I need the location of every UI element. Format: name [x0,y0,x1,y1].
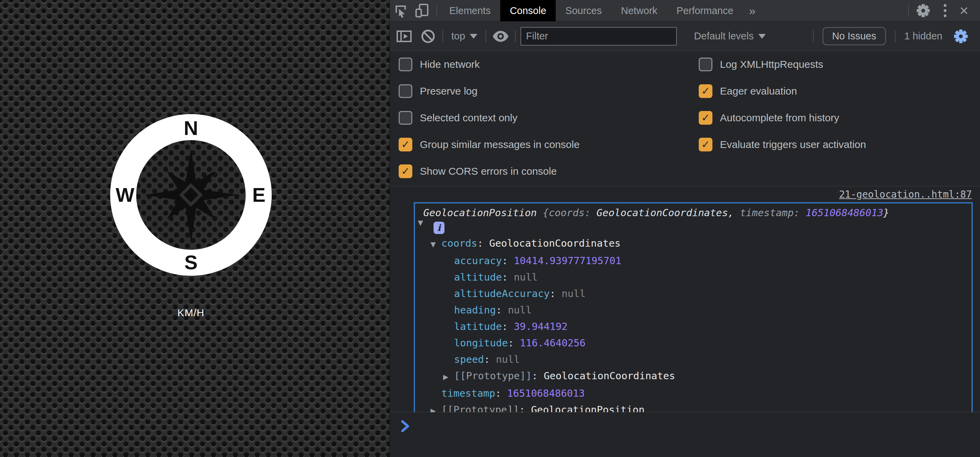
checkbox-box[interactable]: ✓ [699,111,713,125]
expand-icon[interactable]: ▶ [443,369,454,385]
checkbox-label: Log XMLHttpRequests [720,59,823,70]
checkbox-preserve-log[interactable]: ✓ Preserve log [399,78,696,104]
property-name: heading [454,304,496,316]
checkbox-box[interactable]: ✓ [699,84,713,98]
console-sidebar-toggle-icon[interactable] [395,27,414,46]
property-row-longitude: longitude: 116.4640256 [415,335,972,351]
console-prompt[interactable] [390,412,980,457]
inspect-element-icon[interactable] [390,0,412,21]
checkbox-eager-evaluation[interactable]: ✓ Eager evaluation [699,78,866,104]
checkbox-box[interactable]: ✓ [399,111,412,125]
settings-column-right: ✓ Log XMLHttpRequests ✓ Eager evaluation… [699,51,866,185]
message-source-row: 21-geolocation..html:87 [390,186,980,202]
collapse-icon[interactable]: ▼ [430,236,441,252]
checkbox-log-xmlhttprequests[interactable]: ✓ Log XMLHttpRequests [699,51,866,78]
clear-console-icon[interactable] [418,27,438,46]
console-messages: 21-geolocation..html:87 ▼ GeolocationPos… [390,186,980,412]
more-options-icon[interactable] [937,1,953,21]
expand-object-icon[interactable]: ▼ [418,219,423,227]
property-value: null [508,304,532,316]
log-levels-selector[interactable]: Default levels [690,30,769,42]
checkbox-label: Autocomplete from history [720,112,839,124]
checkbox-show-cors-errors[interactable]: ✓ Show CORS errors in console [399,158,696,185]
property-row-timestamp: timestamp: 1651068486013 [415,385,972,401]
checkbox-hide-network[interactable]: ✓ Hide network [399,51,696,78]
console-prompt-icon [401,420,410,432]
checkbox-label: Preserve log [420,85,477,97]
checkbox-box[interactable]: ✓ [699,138,713,152]
source-file-link[interactable]: 21-geolocation..html:87 [839,189,972,200]
preview-timestamp-key: timestamp: [740,207,805,219]
colon: : [496,304,508,316]
checkbox-autocomplete-history[interactable]: ✓ Autocomplete from history [699,104,866,131]
property-value: null [496,353,520,365]
compass-rose-icon [143,146,239,244]
property-name: [[Prototype]] [454,370,532,382]
preview-coords-class: GeolocationCoordinates, [597,207,740,219]
colon: : [502,255,514,267]
property-row-speed: speed: null [415,351,972,368]
property-name: speed [454,353,484,365]
preview-coords-key: {coords: [543,207,597,219]
device-toolbar-icon[interactable] [412,0,434,21]
object-preview-line: GeolocationPosition {coords: Geolocation… [415,203,972,221]
colon: : [484,353,496,365]
prototype-row-position: ▶[[Prototype]]: GeolocationPosition [415,401,972,412]
checkbox-box[interactable]: ✓ [699,58,713,71]
property-name: coords [441,237,477,249]
checkbox-selected-context-only[interactable]: ✓ Selected context only [399,104,696,131]
property-value: null [514,271,538,283]
screen: { "compass": { "north": "N", "east": "E"… [0,0,980,457]
property-value: GeolocationPosition [531,404,645,412]
checkbox-label: Group similar messages in console [420,139,580,150]
checkbox-group-similar[interactable]: ✓ Group similar messages in console [399,131,696,158]
checkbox-box[interactable]: ✓ [399,165,412,178]
property-name: altitudeAccuracy [454,288,550,299]
tab-sources[interactable]: Sources [556,0,611,21]
compass-label-west: W [116,185,134,205]
compass-label-south: S [185,252,198,272]
info-icon[interactable]: i [434,222,444,234]
property-value: GeolocationCoordinates [544,370,675,382]
property-name: [[Prototype]] [441,404,519,412]
property-row-altitude: altitude: null [415,269,972,285]
logged-object: ▼ GeolocationPosition {coords: Geolocati… [414,202,973,412]
checkbox-box[interactable]: ✓ [399,58,412,71]
property-name: timestamp [441,387,495,399]
checkbox-evaluate-user-activation[interactable]: ✓ Evaluate triggers user activation [699,131,866,158]
tab-performance[interactable]: Performance [667,0,743,21]
expand-icon[interactable]: ▶ [430,403,441,412]
colon: : [532,370,544,382]
checkbox-box[interactable]: ✓ [399,84,412,98]
property-name: accuracy [454,255,502,267]
no-issues-button[interactable]: No Issues [822,27,886,45]
property-value: 1651068486013 [507,387,585,399]
checkbox-box[interactable]: ✓ [399,138,412,152]
preview-timestamp-value: 1651068486013 [805,207,883,219]
filter-input[interactable] [520,27,677,46]
tabbar-separator [908,5,909,17]
tab-network[interactable]: Network [611,0,667,21]
property-value: 39.944192 [514,321,568,332]
more-tabs-icon[interactable]: » [743,4,762,18]
preview-brace-close: } [883,207,889,219]
toolbar-separator [442,30,443,43]
colon: : [477,237,489,249]
colon: : [495,387,507,399]
hidden-messages-count[interactable]: 1 hidden [904,30,942,42]
tab-elements[interactable]: Elements [440,0,500,21]
console-settings: ✓ Hide network ✓ Preserve log ✓ Selected… [390,51,980,186]
console-settings-gear-icon[interactable] [951,27,970,46]
close-devtools-icon[interactable]: × [956,3,972,18]
console-hint-row: i [415,221,972,235]
check-icon: ✓ [401,139,410,150]
property-row-heading: heading: null [415,302,972,318]
prototype-row-coordinates: ▶[[Prototype]]: GeolocationCoordinates [415,368,972,385]
devtools-tabbar: Elements Console Sources Network Perform… [390,0,980,22]
context-selector[interactable]: top [448,30,481,42]
settings-gear-icon[interactable] [912,0,934,21]
speed-unit-label: KM/H [178,307,205,319]
live-expression-eye-icon[interactable] [491,27,510,46]
tab-console[interactable]: Console [500,0,556,21]
colon: : [508,337,520,349]
